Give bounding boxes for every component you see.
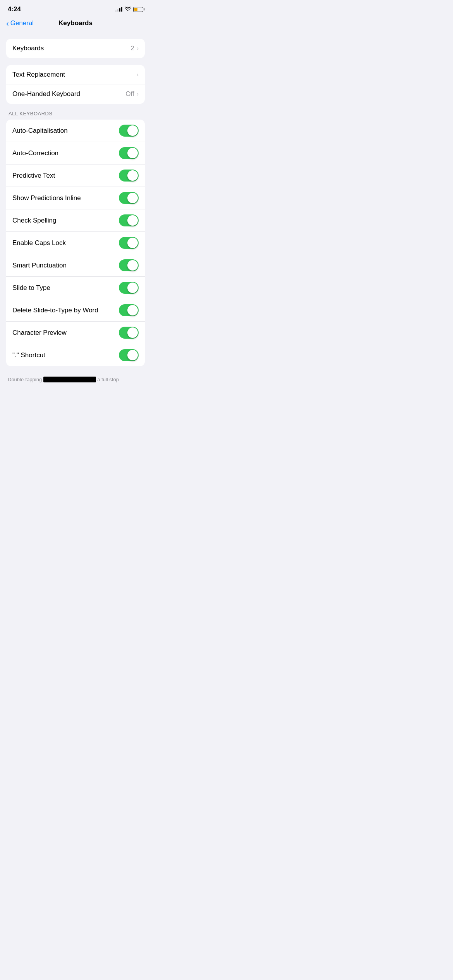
misc-group: Text Replacement › One-Handed Keyboard O… [6, 65, 145, 104]
one-handed-keyboard-right: Off › [125, 90, 139, 98]
text-replacement-right: › [137, 71, 139, 78]
nav-bar: ‹ General Keyboards [0, 16, 151, 32]
delete-slide-to-type-label: Delete Slide-to-Type by Word [12, 307, 119, 314]
signal-icon [115, 7, 122, 12]
text-replacement-chevron-icon: › [137, 71, 139, 78]
back-chevron-icon: ‹ [6, 19, 9, 27]
slide-to-type-knob [127, 283, 138, 293]
wifi-icon [125, 7, 131, 12]
keyboards-group: Keyboards 2 › [6, 39, 145, 58]
one-handed-keyboard-label: One-Handed Keyboard [12, 90, 125, 98]
period-shortcut-row: "." Shortcut [6, 344, 145, 366]
smart-punctuation-label: Smart Punctuation [12, 262, 119, 269]
predictive-text-toggle[interactable] [119, 170, 139, 182]
back-button[interactable]: ‹ General [6, 19, 34, 27]
show-predictions-inline-toggle[interactable] [119, 192, 139, 204]
smart-punctuation-knob [127, 260, 138, 271]
keyboards-chevron-icon: › [137, 45, 139, 52]
one-handed-keyboard-value: Off [125, 90, 134, 98]
keyboards-section: Keyboards 2 › [6, 39, 145, 58]
redacted-text: the space bar will insert [43, 377, 96, 382]
period-shortcut-knob [127, 350, 138, 360]
status-bar: 4:24 [0, 0, 151, 16]
text-replacement-row[interactable]: Text Replacement › [6, 65, 145, 84]
slide-to-type-label: Slide to Type [12, 284, 119, 292]
character-preview-label: Character Preview [12, 329, 119, 337]
auto-capitalisation-toggle[interactable] [119, 125, 139, 137]
all-keyboards-section-label: ALL KEYBOARDS [6, 111, 145, 117]
period-shortcut-label: "." Shortcut [12, 351, 119, 359]
period-shortcut-toggle[interactable] [119, 349, 139, 361]
auto-correction-row: Auto-Correction [6, 142, 145, 164]
status-time: 4:24 [8, 5, 21, 13]
footer-text: Double-tapping the space bar will insert… [0, 373, 151, 391]
keyboards-right: 2 › [130, 45, 139, 52]
smart-punctuation-toggle[interactable] [119, 259, 139, 271]
one-handed-keyboard-row[interactable]: One-Handed Keyboard Off › [6, 84, 145, 104]
check-spelling-row: Check Spelling [6, 209, 145, 232]
character-preview-toggle[interactable] [119, 327, 139, 339]
all-keyboards-section: ALL KEYBOARDS Auto-Capitalisation Auto-C… [6, 111, 145, 366]
page-title: Keyboards [58, 19, 93, 27]
text-replacement-label: Text Replacement [12, 71, 137, 79]
delete-slide-to-type-row: Delete Slide-to-Type by Word [6, 299, 145, 322]
check-spelling-toggle[interactable] [119, 214, 139, 226]
smart-punctuation-row: Smart Punctuation [6, 254, 145, 277]
slide-to-type-row: Slide to Type [6, 277, 145, 299]
auto-correction-label: Auto-Correction [12, 149, 119, 157]
auto-capitalisation-label: Auto-Capitalisation [12, 127, 119, 135]
enable-caps-lock-label: Enable Caps Lock [12, 239, 119, 247]
check-spelling-knob [127, 215, 138, 226]
predictive-text-label: Predictive Text [12, 172, 119, 180]
slide-to-type-toggle[interactable] [119, 282, 139, 294]
character-preview-row: Character Preview [6, 322, 145, 344]
auto-correction-toggle[interactable] [119, 147, 139, 159]
show-predictions-inline-label: Show Predictions Inline [12, 194, 119, 202]
one-handed-keyboard-chevron-icon: › [137, 91, 139, 98]
auto-correction-knob [127, 148, 138, 158]
battery-icon [133, 7, 143, 12]
delete-slide-to-type-knob [127, 305, 138, 315]
show-predictions-inline-knob [127, 193, 138, 203]
enable-caps-lock-toggle[interactable] [119, 237, 139, 249]
delete-slide-to-type-toggle[interactable] [119, 304, 139, 316]
keyboards-count: 2 [130, 45, 134, 52]
auto-capitalisation-row: Auto-Capitalisation [6, 120, 145, 142]
all-keyboards-group: Auto-Capitalisation Auto-Correction Pred… [6, 120, 145, 366]
enable-caps-lock-knob [127, 238, 138, 248]
auto-capitalisation-knob [127, 125, 138, 136]
check-spelling-label: Check Spelling [12, 217, 119, 224]
status-icons [115, 7, 143, 12]
predictive-text-row: Predictive Text [6, 164, 145, 187]
predictive-text-knob [127, 170, 138, 181]
keyboards-label: Keyboards [12, 45, 130, 52]
footer-text-end: a full stop [96, 377, 119, 382]
misc-section: Text Replacement › One-Handed Keyboard O… [6, 65, 145, 104]
keyboards-row[interactable]: Keyboards 2 › [6, 39, 145, 58]
show-predictions-inline-row: Show Predictions Inline [6, 187, 145, 209]
character-preview-knob [127, 327, 138, 338]
enable-caps-lock-row: Enable Caps Lock [6, 232, 145, 254]
back-label: General [10, 19, 34, 27]
footer-text-beginning: Double-tapping [8, 377, 43, 382]
